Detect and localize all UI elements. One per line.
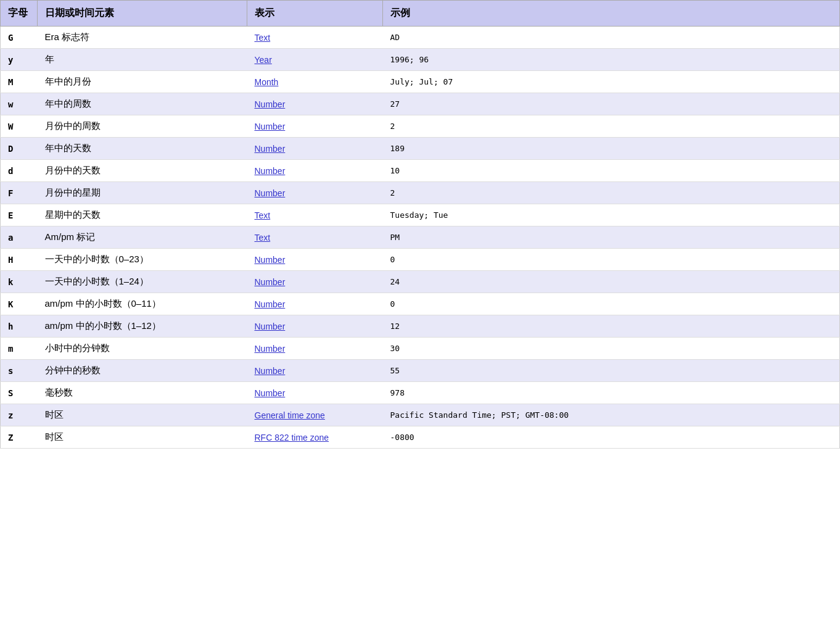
type-link[interactable]: Number xyxy=(255,99,286,109)
cell-example: -0800 xyxy=(383,426,840,449)
header-example: 示例 xyxy=(383,1,840,27)
type-link[interactable]: Text xyxy=(255,210,271,220)
cell-letter: F xyxy=(1,182,38,204)
type-link[interactable]: Number xyxy=(255,255,286,265)
cell-element: 年中的周数 xyxy=(38,93,247,115)
type-link[interactable]: Number xyxy=(255,322,286,331)
table-row: H一天中的小时数（0–23）Number0 xyxy=(1,249,840,271)
cell-type[interactable]: Number xyxy=(247,315,383,338)
header-letter: 字母 xyxy=(1,1,38,27)
cell-letter: G xyxy=(1,27,38,49)
cell-letter: D xyxy=(1,138,38,160)
table-row: aAm/pm 标记TextPM xyxy=(1,226,840,249)
type-link[interactable]: Number xyxy=(255,344,286,354)
type-link[interactable]: Number xyxy=(255,122,286,131)
table-row: z时区General time zonePacific Standard Tim… xyxy=(1,404,840,426)
type-link[interactable]: Month xyxy=(255,77,279,87)
cell-letter: d xyxy=(1,160,38,182)
table-row: S毫秒数Number978 xyxy=(1,382,840,404)
cell-element: 毫秒数 xyxy=(38,382,247,404)
cell-example: 24 xyxy=(383,271,840,293)
table-row: D年中的天数Number189 xyxy=(1,138,840,160)
cell-element: 时区 xyxy=(38,404,247,426)
table-row: E星期中的天数TextTuesday; Tue xyxy=(1,204,840,226)
type-link[interactable]: General time zone xyxy=(255,410,325,420)
cell-type[interactable]: Number xyxy=(247,338,383,360)
cell-example: 0 xyxy=(383,293,840,315)
type-link[interactable]: RFC 822 time zone xyxy=(255,433,329,442)
cell-element: am/pm 中的小时数（0–11） xyxy=(38,293,247,315)
cell-letter: Z xyxy=(1,426,38,449)
cell-example: 12 xyxy=(383,315,840,338)
cell-example: 1996; 96 xyxy=(383,49,840,71)
cell-element: 分钟中的秒数 xyxy=(38,360,247,382)
cell-type[interactable]: RFC 822 time zone xyxy=(247,426,383,449)
cell-type[interactable]: Text xyxy=(247,226,383,249)
cell-type[interactable]: Text xyxy=(247,27,383,49)
cell-type[interactable]: Year xyxy=(247,49,383,71)
table-row: s分钟中的秒数Number55 xyxy=(1,360,840,382)
table-row: Kam/pm 中的小时数（0–11）Number0 xyxy=(1,293,840,315)
type-link[interactable]: Text xyxy=(255,33,271,43)
cell-letter: h xyxy=(1,315,38,338)
cell-letter: k xyxy=(1,271,38,293)
date-format-table: 字母 日期或时间元素 表示 示例 GEra 标志符TextADy年Year199… xyxy=(0,0,840,449)
type-link[interactable]: Text xyxy=(255,233,271,243)
cell-example: PM xyxy=(383,226,840,249)
cell-example: 2 xyxy=(383,115,840,138)
cell-example: 2 xyxy=(383,182,840,204)
cell-type[interactable]: Number xyxy=(247,138,383,160)
table-row: W月份中的周数Number2 xyxy=(1,115,840,138)
header-type: 表示 xyxy=(247,1,383,27)
cell-element: 年中的天数 xyxy=(38,138,247,160)
cell-type[interactable]: Number xyxy=(247,360,383,382)
cell-letter: M xyxy=(1,71,38,93)
cell-letter: W xyxy=(1,115,38,138)
type-link[interactable]: Number xyxy=(255,144,286,154)
cell-type[interactable]: Number xyxy=(247,182,383,204)
type-link[interactable]: Number xyxy=(255,188,286,198)
cell-example: 10 xyxy=(383,160,840,182)
cell-type[interactable]: Number xyxy=(247,249,383,271)
cell-example: 0 xyxy=(383,249,840,271)
type-link[interactable]: Number xyxy=(255,277,286,287)
cell-element: am/pm 中的小时数（1–12） xyxy=(38,315,247,338)
cell-letter: H xyxy=(1,249,38,271)
type-link[interactable]: Number xyxy=(255,166,286,176)
cell-type[interactable]: Number xyxy=(247,271,383,293)
cell-element: Era 标志符 xyxy=(38,27,247,49)
cell-example: 30 xyxy=(383,338,840,360)
cell-element: 年中的月份 xyxy=(38,71,247,93)
cell-example: 55 xyxy=(383,360,840,382)
cell-type[interactable]: Number xyxy=(247,115,383,138)
type-link[interactable]: Number xyxy=(255,299,286,309)
cell-letter: m xyxy=(1,338,38,360)
table-row: m小时中的分钟数Number30 xyxy=(1,338,840,360)
cell-element: 时区 xyxy=(38,426,247,449)
cell-element: 年 xyxy=(38,49,247,71)
cell-type[interactable]: Number xyxy=(247,382,383,404)
cell-example: Tuesday; Tue xyxy=(383,204,840,226)
type-link[interactable]: Number xyxy=(255,366,286,376)
cell-type[interactable]: Text xyxy=(247,204,383,226)
cell-type[interactable]: Number xyxy=(247,293,383,315)
table-row: y年Year1996; 96 xyxy=(1,49,840,71)
cell-letter: s xyxy=(1,360,38,382)
cell-type[interactable]: Number xyxy=(247,93,383,115)
cell-element: 月份中的天数 xyxy=(38,160,247,182)
type-link[interactable]: Number xyxy=(255,388,286,398)
cell-element: Am/pm 标记 xyxy=(38,226,247,249)
cell-letter: y xyxy=(1,49,38,71)
cell-letter: K xyxy=(1,293,38,315)
table-row: GEra 标志符TextAD xyxy=(1,27,840,49)
cell-element: 一天中的小时数（0–23） xyxy=(38,249,247,271)
cell-element: 星期中的天数 xyxy=(38,204,247,226)
cell-type[interactable]: Number xyxy=(247,160,383,182)
table-row: Z时区RFC 822 time zone-0800 xyxy=(1,426,840,449)
table-row: ham/pm 中的小时数（1–12）Number12 xyxy=(1,315,840,338)
cell-element: 小时中的分钟数 xyxy=(38,338,247,360)
cell-letter: w xyxy=(1,93,38,115)
cell-type[interactable]: General time zone xyxy=(247,404,383,426)
type-link[interactable]: Year xyxy=(255,55,272,65)
cell-type[interactable]: Month xyxy=(247,71,383,93)
